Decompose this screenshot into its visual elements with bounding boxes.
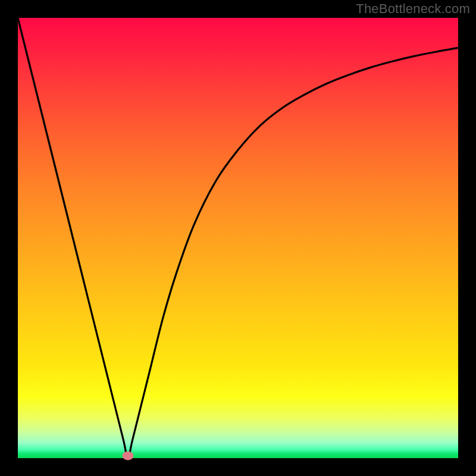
chart-frame: TheBottleneck.com bbox=[0, 0, 476, 476]
bottleneck-curve-svg bbox=[18, 18, 458, 458]
minimum-marker bbox=[123, 452, 133, 460]
plot-area bbox=[18, 18, 458, 458]
bottleneck-curve bbox=[18, 18, 458, 458]
attribution-text: TheBottleneck.com bbox=[356, 1, 470, 17]
